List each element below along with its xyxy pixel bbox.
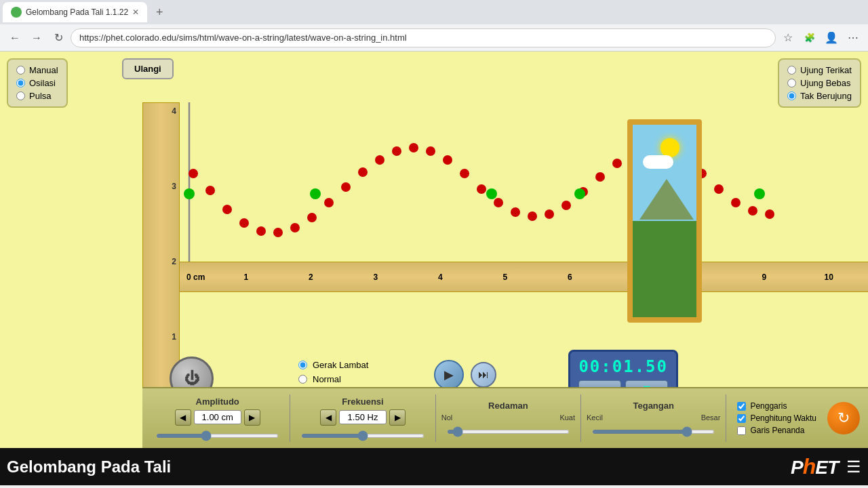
amplitude-value-row: ◀ 1.00 cm ▶ (175, 409, 260, 426)
speed-slow[interactable]: Gerak Lambat (298, 360, 368, 370)
frequency-decrease-button[interactable]: ◀ (320, 409, 336, 426)
display-options: Penggaris Penghitung Waktu Garis Penanda (732, 401, 822, 435)
extension-button[interactable]: 🧩 (800, 28, 819, 47)
divider-3 (580, 394, 581, 442)
menu-button[interactable]: ⋯ (844, 28, 863, 47)
wave-bead (290, 223, 300, 232)
wave-bead-green (754, 188, 765, 199)
mode-manual[interactable]: Manual (16, 65, 58, 75)
back-button[interactable]: ← (5, 28, 24, 47)
hamburger-menu-icon[interactable]: ☰ (846, 458, 861, 476)
wave-bead (545, 209, 554, 219)
wave-bead (477, 184, 486, 194)
amplitude-value: 1.00 cm (194, 410, 241, 424)
new-tab-button[interactable]: + (150, 3, 169, 22)
tension-slider-container (587, 424, 720, 436)
damping-range-labels: Nol Kuat (441, 413, 575, 422)
end-controls: Ujung Terikat Ujung Bebas Tak Berujung (778, 58, 861, 108)
ruler-h-5: 5 (473, 272, 538, 282)
divider-2 (435, 394, 436, 442)
mode-controls: Manual Osilasi Pulsa (7, 58, 68, 108)
speed-normal[interactable]: Normal (298, 374, 368, 384)
ruler-labels: 0 cm 1 2 3 4 5 6 8 9 10 (180, 272, 868, 282)
ruler-h-3: 3 (343, 272, 408, 282)
simulation-area: Manual Osilasi Pulsa Ulangi Ujung Terika… (0, 52, 868, 448)
wave-bead (341, 182, 351, 192)
timer-display: 00:01.50 (578, 357, 668, 376)
play-controls: ▶ ⏭ (434, 360, 496, 390)
frequency-increase-button[interactable]: ▶ (389, 409, 406, 426)
ruler-h-2: 2 (279, 272, 344, 282)
wave-bead-green (574, 188, 585, 199)
active-tab[interactable]: Gelombang Pada Tali 1.1.22 ✕ (3, 2, 147, 22)
ruler-h-10: 10 (797, 272, 862, 282)
play-icon: ▶ (444, 367, 454, 382)
tab-close-button[interactable]: ✕ (132, 7, 139, 17)
amplitude-slider[interactable] (156, 434, 279, 438)
end-radio-group: Ujung Terikat Ujung Bebas Tak Berujung (787, 65, 852, 101)
wave-bead (765, 209, 774, 219)
amplitude-increase-button[interactable]: ▶ (244, 409, 260, 426)
penggaris-option[interactable]: Penggaris (737, 401, 816, 411)
nav-bar: ← → ↻ https://phet.colorado.edu/sims/htm… (0, 24, 868, 52)
wave-bead (714, 184, 724, 194)
app-title: Gelombang Pada Tali (7, 458, 171, 476)
phet-text: PhET (791, 454, 838, 479)
ulangi-button[interactable]: Ulangi (122, 58, 174, 79)
nav-icons: ☆ 🧩 👤 ⋯ (778, 28, 863, 47)
bottom-app-bar: Gelombang Pada Tali PhET ☰ (0, 448, 868, 485)
garis-penanda-option[interactable]: Garis Penanda (737, 426, 816, 435)
wave-bead (426, 146, 435, 156)
wave-bead (239, 218, 249, 228)
ruler-v-4: 4 (172, 106, 176, 116)
frequency-label: Frekuensi (342, 396, 383, 407)
mode-osilasi[interactable]: Osilasi (16, 78, 58, 88)
penghitung-waktu-option[interactable]: Penghitung Waktu (737, 413, 816, 423)
address-bar[interactable]: https://phet.colorado.edu/sims/html/wave… (71, 28, 776, 47)
frequency-slider[interactable] (301, 434, 424, 438)
wave-bead (561, 201, 571, 210)
tension-section: Tegangan Kecil Besar (587, 401, 720, 436)
oscillator-symbol: ⏻ (184, 370, 199, 388)
amplitude-section: Amplitudo ◀ 1.00 cm ▶ (151, 396, 284, 441)
speed-controls: Gerak Lambat Normal (298, 360, 368, 384)
end-berujung[interactable]: Tak Berujung (787, 91, 852, 101)
wave-bead (222, 205, 232, 214)
garis-penanda-label: Garis Penanda (750, 426, 804, 435)
browser-chrome: Gelombang Pada Tali 1.1.22 ✕ + ← → ↻ htt… (0, 0, 868, 52)
step-button[interactable]: ⏭ (471, 362, 496, 388)
divider-4 (726, 394, 726, 442)
tab-title: Gelombang Pada Tali 1.1.22 (26, 7, 128, 17)
tension-slider[interactable] (592, 430, 715, 434)
cloud (643, 155, 673, 169)
tension-min-label: Kecil (587, 413, 603, 422)
wave-bead (748, 206, 757, 216)
end-terikat[interactable]: Ujung Terikat (787, 65, 852, 75)
mode-pulsa[interactable]: Pulsa (16, 91, 58, 101)
tab-bar: Gelombang Pada Tali 1.1.22 ✕ + (0, 0, 868, 24)
wave-bead (612, 159, 622, 168)
amplitude-decrease-button[interactable]: ◀ (175, 409, 191, 426)
wave-bead (324, 198, 334, 207)
wave-bead (443, 155, 452, 165)
damping-slider[interactable] (447, 430, 570, 434)
mode-radio-group: Manual Osilasi Pulsa (16, 65, 58, 101)
frequency-slider-container (296, 428, 429, 441)
refresh-button[interactable]: ↻ (827, 402, 860, 434)
profile-button[interactable]: 👤 (822, 28, 841, 47)
wave-bead (307, 213, 317, 222)
tension-label: Tegangan (633, 401, 673, 411)
ruler-v-1: 1 (172, 332, 176, 342)
forward-button[interactable]: → (27, 28, 46, 47)
end-bebas[interactable]: Ujung Bebas (787, 78, 852, 88)
play-button[interactable]: ▶ (434, 360, 464, 390)
wave-bead (189, 169, 198, 178)
reload-button[interactable]: ↻ (49, 28, 68, 47)
tension-max-label: Besar (701, 413, 721, 422)
wave-bead (273, 228, 283, 237)
wave-bead-green (486, 188, 497, 199)
bookmark-button[interactable]: ☆ (778, 28, 797, 47)
phet-logo: PhET ☰ (791, 454, 861, 479)
ruler-v-2: 2 (172, 257, 176, 266)
wave-bead (460, 169, 469, 178)
